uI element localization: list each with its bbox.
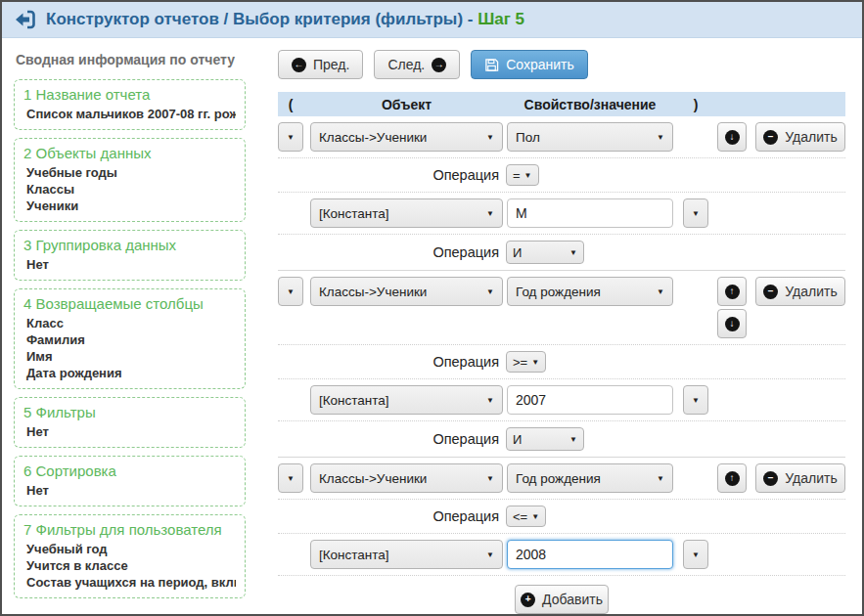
- object-select[interactable]: Классы->Ученики▼: [310, 277, 503, 306]
- chevron-down-icon: ▼: [569, 435, 577, 444]
- chevron-down-icon: ▼: [486, 396, 494, 405]
- join-operation-select[interactable]: И▼: [506, 427, 584, 451]
- delete-button[interactable]: −Удалить: [755, 463, 845, 493]
- sidebar-section-item: Нет: [23, 256, 236, 273]
- operation-select[interactable]: >=▼: [506, 351, 546, 373]
- minus-circle-icon: −: [763, 471, 778, 486]
- move-buttons: ↑: [717, 463, 747, 493]
- condition-row: ▼Классы->Ученики▼Год рождения▼↑↓−Удалить: [278, 273, 845, 342]
- move-down-button[interactable]: ↓: [717, 309, 747, 338]
- sidebar-sections: 1 Название отчетаСписок мальчиков 2007-0…: [14, 79, 246, 598]
- move-down-button[interactable]: ↓: [717, 122, 747, 152]
- divider: [278, 344, 845, 345]
- prev-button[interactable]: ← Пред.: [278, 50, 363, 79]
- divider: [278, 575, 845, 576]
- chevron-down-icon: ▼: [486, 133, 494, 142]
- divider: [278, 457, 845, 458]
- titlebar: Конструктор отчетов / Выбор критерия (фи…: [2, 2, 862, 38]
- chevron-down-icon: ▼: [287, 133, 295, 142]
- constant-select[interactable]: [Константа]▼: [310, 540, 503, 569]
- save-button[interactable]: Сохранить: [471, 50, 588, 79]
- open-bracket-select[interactable]: ▼: [278, 277, 303, 306]
- join-operation-select[interactable]: И▼: [506, 241, 584, 264]
- condition-row: ▼Классы->Ученики▼Пол▼↓−Удалить: [278, 118, 845, 155]
- toolbar: ← Пред. След. → Сохранить: [278, 50, 845, 79]
- value-input[interactable]: [507, 385, 673, 415]
- property-select[interactable]: Год рождения▼: [507, 463, 673, 493]
- add-button-label: Добавить: [542, 592, 603, 607]
- constant-select[interactable]: [Константа]▼: [310, 198, 503, 228]
- chevron-down-icon: ▼: [692, 396, 700, 405]
- chevron-down-icon: ▼: [524, 171, 532, 180]
- move-up-button[interactable]: ↑: [717, 463, 747, 493]
- header-open-bracket: (: [278, 97, 303, 112]
- sidebar-section-item: Классы: [23, 181, 236, 198]
- arrow-left-circle-icon: ←: [292, 58, 306, 72]
- constant-select[interactable]: [Константа]▼: [310, 385, 503, 415]
- divider: [278, 270, 845, 271]
- chevron-down-icon: ▼: [287, 287, 295, 296]
- operation-label: Операция: [278, 354, 499, 370]
- value-option-select[interactable]: ▼: [683, 540, 708, 569]
- back-icon[interactable]: [14, 10, 35, 29]
- sidebar-section-title: 3 Группировка данных: [23, 237, 236, 253]
- sidebar: Сводная информация по отчету 1 Название …: [14, 46, 246, 616]
- value-input[interactable]: [507, 540, 673, 569]
- delete-button[interactable]: −Удалить: [755, 122, 845, 152]
- chevron-down-icon: ▼: [657, 133, 664, 142]
- join-operation-select-value: И: [513, 245, 522, 260]
- operation-label: Операция: [278, 431, 499, 447]
- sidebar-section-1: 1 Название отчетаСписок мальчиков 2007-0…: [14, 79, 246, 130]
- add-button[interactable]: + Добавить: [515, 585, 609, 614]
- object-select[interactable]: Классы->Ученики▼: [310, 463, 503, 493]
- object-select-value: Классы->Ученики: [319, 285, 427, 299]
- join-operation-select-value: И: [513, 432, 522, 447]
- value-option-select[interactable]: ▼: [683, 198, 708, 228]
- sidebar-section-2: 2 Объекты данныхУчебные годыКлассыУченик…: [14, 138, 246, 222]
- header-property: Свойство/значение: [507, 97, 673, 112]
- divider: [278, 420, 845, 421]
- operation-row: ОперацияИ▼: [278, 423, 845, 455]
- operation-select[interactable]: =▼: [506, 164, 539, 186]
- value-option-select[interactable]: ▼: [683, 385, 708, 415]
- page-title: Конструктор отчетов / Выбор критерия (фи…: [46, 10, 477, 28]
- operation-row: Операция=▼: [278, 160, 845, 190]
- open-bracket-select[interactable]: ▼: [278, 463, 303, 493]
- property-select[interactable]: Пол▼: [507, 122, 673, 152]
- value-row: [Константа]▼▼: [278, 381, 845, 418]
- next-button[interactable]: След. →: [374, 50, 460, 79]
- arrow-right-circle-icon: →: [432, 58, 446, 72]
- move-up-button[interactable]: ↑: [717, 277, 747, 306]
- next-button-label: След.: [387, 57, 425, 72]
- property-select[interactable]: Год рождения▼: [507, 277, 673, 306]
- object-select[interactable]: Классы->Ученики▼: [310, 122, 503, 152]
- sidebar-section-4: 4 Возвращаемые столбцыКлассФамилияИмяДат…: [14, 288, 246, 389]
- arrow-up-circle-icon: ↑: [725, 285, 740, 299]
- operation-row: Операция<=▼: [278, 502, 845, 531]
- sidebar-section-item: Нет: [23, 423, 236, 440]
- divider: [278, 499, 845, 500]
- save-button-label: Сохранить: [506, 57, 574, 72]
- sidebar-section-item: Список мальчиков 2007-08 гг. рож...: [23, 106, 236, 122]
- arrow-down-circle-icon: ↓: [725, 317, 740, 331]
- sidebar-section-item: Класс: [23, 315, 236, 331]
- filter-grid-header: ( Объект Свойство/значение ): [278, 92, 845, 116]
- open-bracket-select[interactable]: ▼: [278, 122, 303, 152]
- operation-select[interactable]: <=▼: [506, 506, 546, 527]
- chevron-down-icon: ▼: [486, 550, 494, 559]
- add-row: + Добавить: [278, 578, 845, 616]
- delete-button[interactable]: −Удалить: [755, 277, 845, 306]
- delete-button-label: Удалить: [785, 284, 837, 299]
- chevron-down-icon: ▼: [531, 358, 539, 367]
- operation-select-value: =: [513, 168, 521, 183]
- sidebar-section-item: Учебные годы: [23, 164, 236, 181]
- sidebar-section-item: Состав учащихся на период, вклю...: [23, 574, 236, 591]
- sidebar-section-6: 6 СортировкаНет: [14, 456, 246, 506]
- chevron-down-icon: ▼: [486, 209, 494, 218]
- divider: [278, 378, 845, 379]
- sidebar-section-title: 5 Фильтры: [23, 404, 236, 420]
- value-row: [Константа]▼▼: [278, 536, 845, 573]
- conditions-list: ▼Классы->Ученики▼Пол▼↓−УдалитьОперация=▼…: [278, 118, 845, 573]
- arrow-down-circle-icon: ↓: [725, 130, 740, 145]
- value-input[interactable]: [507, 198, 673, 228]
